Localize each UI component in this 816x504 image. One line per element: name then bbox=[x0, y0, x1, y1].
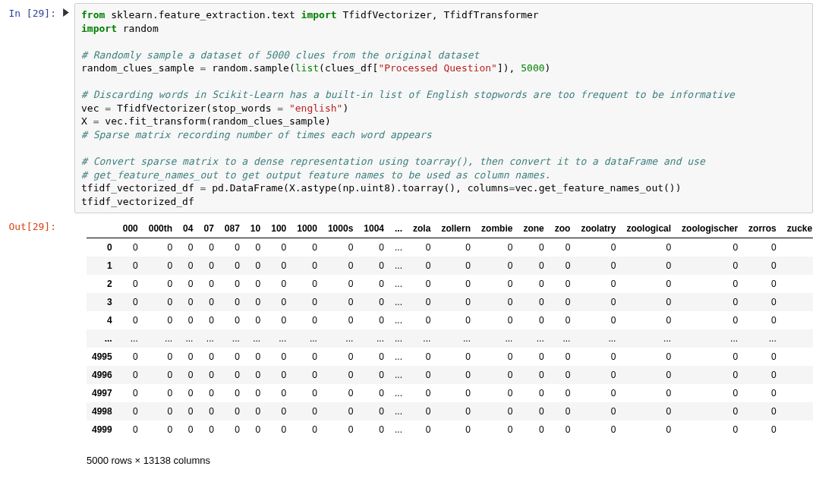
table-row: 49970000000000...0000000000 bbox=[87, 384, 813, 402]
table-cell: 0 bbox=[476, 293, 518, 311]
code-input[interactable]: from sklearn.feature_extraction.text imp… bbox=[74, 3, 813, 213]
table-cell: 0 bbox=[476, 366, 518, 384]
table-cell: 0 bbox=[219, 293, 245, 311]
table-cell: ... bbox=[389, 421, 408, 439]
column-header: 1004 bbox=[358, 219, 389, 238]
table-cell: 0 bbox=[550, 293, 576, 311]
table-cell: ... bbox=[291, 329, 323, 348]
column-header: 1000s bbox=[323, 219, 358, 238]
table-cell: 0 bbox=[323, 311, 358, 329]
table-cell: 0 bbox=[676, 238, 743, 257]
table-cell: 0 bbox=[118, 275, 143, 293]
table-cell: 0 bbox=[219, 348, 245, 366]
table-row: 10000000000...0000000000 bbox=[87, 257, 813, 275]
table-cell: 0 bbox=[676, 348, 743, 366]
table-cell: ... bbox=[245, 329, 266, 348]
table-cell: 0 bbox=[408, 275, 436, 293]
column-header: zoo bbox=[550, 219, 576, 238]
svg-marker-0 bbox=[63, 8, 69, 17]
table-cell: ... bbox=[389, 366, 408, 384]
table-cell: 0 bbox=[178, 257, 198, 275]
table-cell: 0 bbox=[621, 402, 676, 421]
table-cell: 0 bbox=[198, 384, 219, 402]
column-header: zombie bbox=[476, 219, 518, 238]
table-cell: ... bbox=[408, 329, 436, 348]
table-cell: 0 bbox=[476, 275, 518, 293]
row-index: 4995 bbox=[87, 348, 118, 366]
table-cell: ... bbox=[323, 329, 358, 348]
table-cell: 0 bbox=[219, 384, 245, 402]
row-index: 1 bbox=[87, 257, 118, 275]
table-cell: 0 bbox=[178, 402, 198, 421]
table-cell: 0 bbox=[436, 293, 476, 311]
table-cell: 0 bbox=[782, 402, 813, 421]
row-index: 2 bbox=[87, 275, 118, 293]
column-header: 07 bbox=[198, 219, 219, 238]
row-index: 4999 bbox=[87, 421, 118, 439]
column-header: zuckerberg bbox=[782, 219, 813, 238]
table-cell: ... bbox=[389, 384, 408, 402]
table-cell: 0 bbox=[743, 293, 782, 311]
table-cell: 0 bbox=[291, 421, 323, 439]
table-cell: 0 bbox=[782, 257, 813, 275]
table-cell: 0 bbox=[743, 366, 782, 384]
table-cell: 0 bbox=[245, 311, 266, 329]
table-cell: 0 bbox=[436, 366, 476, 384]
table-cell: 0 bbox=[291, 402, 323, 421]
table-cell: 0 bbox=[550, 348, 576, 366]
table-cell: 0 bbox=[550, 384, 576, 402]
table-cell: 0 bbox=[743, 275, 782, 293]
table-cell: 0 bbox=[358, 257, 389, 275]
table-cell: 0 bbox=[575, 275, 621, 293]
column-header: ... bbox=[389, 219, 408, 238]
table-cell: 0 bbox=[782, 348, 813, 366]
table-cell: 0 bbox=[550, 366, 576, 384]
table-cell: 0 bbox=[358, 366, 389, 384]
table-cell: ... bbox=[198, 329, 219, 348]
table-cell: 0 bbox=[198, 293, 219, 311]
table-cell: 0 bbox=[476, 402, 518, 421]
row-index: 4997 bbox=[87, 384, 118, 402]
table-cell: 0 bbox=[518, 293, 549, 311]
table-cell: 0 bbox=[436, 348, 476, 366]
table-cell: 0 bbox=[518, 384, 549, 402]
column-header: 1000 bbox=[291, 219, 323, 238]
table-cell: 0 bbox=[518, 275, 549, 293]
column-header: 04 bbox=[178, 219, 198, 238]
table-cell: 0 bbox=[782, 384, 813, 402]
table-cell: 0 bbox=[408, 348, 436, 366]
table-cell: 0 bbox=[143, 402, 178, 421]
table-cell: 0 bbox=[743, 257, 782, 275]
table-cell: 0 bbox=[291, 311, 323, 329]
column-header: zollern bbox=[436, 219, 476, 238]
table-cell: ... bbox=[436, 329, 476, 348]
table-cell: 0 bbox=[266, 311, 291, 329]
table-cell: 0 bbox=[518, 311, 549, 329]
table-cell: ... bbox=[782, 329, 813, 348]
table-cell: 0 bbox=[219, 275, 245, 293]
dataframe-table: 000000th04070871010010001000s1004...zola… bbox=[87, 219, 813, 439]
table-cell: 0 bbox=[178, 311, 198, 329]
table-cell: 0 bbox=[143, 275, 178, 293]
table-cell: 0 bbox=[143, 421, 178, 439]
table-cell: 0 bbox=[408, 238, 436, 257]
table-cell: 0 bbox=[118, 366, 143, 384]
table-cell: 0 bbox=[178, 293, 198, 311]
table-row: 49960000000000...0000000000 bbox=[87, 366, 813, 384]
table-cell: ... bbox=[575, 329, 621, 348]
table-cell: 0 bbox=[550, 238, 576, 257]
table-cell: 0 bbox=[118, 293, 143, 311]
table-cell: ... bbox=[143, 329, 178, 348]
table-cell: 0 bbox=[118, 257, 143, 275]
table-cell: 0 bbox=[676, 366, 743, 384]
table-cell: 0 bbox=[408, 293, 436, 311]
table-cell: 0 bbox=[408, 421, 436, 439]
table-cell: 0 bbox=[476, 238, 518, 257]
output-gutter bbox=[62, 216, 74, 479]
run-button[interactable] bbox=[62, 3, 74, 213]
table-cell: 0 bbox=[178, 421, 198, 439]
table-cell: 0 bbox=[436, 257, 476, 275]
table-cell: 0 bbox=[266, 257, 291, 275]
table-cell: 0 bbox=[266, 366, 291, 384]
table-cell: 0 bbox=[118, 348, 143, 366]
